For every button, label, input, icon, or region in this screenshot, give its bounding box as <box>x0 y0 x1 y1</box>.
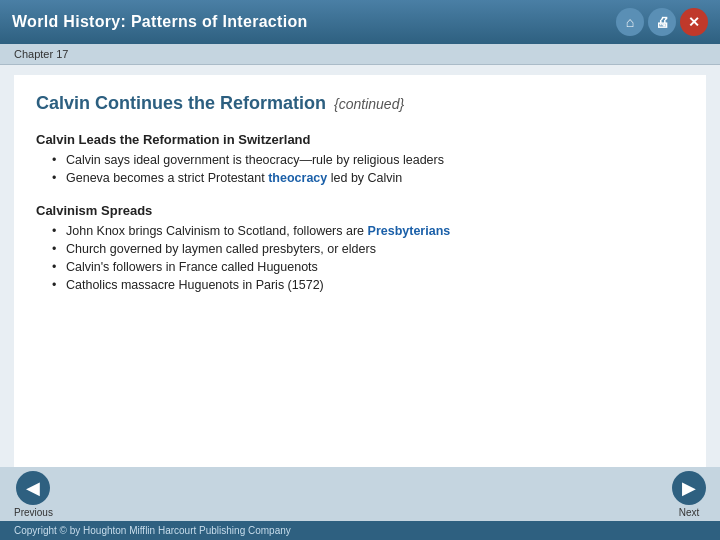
close-button[interactable]: ✕ <box>680 8 708 36</box>
bullet-list-1: Calvin says ideal government is theocrac… <box>52 153 684 185</box>
bullet-text: John Knox brings Calvinism to Scotland, … <box>66 224 450 238</box>
section-heading-2: Calvinism Spreads <box>36 203 684 218</box>
title-bar-buttons: ⌂ 🖨 ✕ <box>616 8 708 36</box>
page-title-continued: {continued} <box>334 96 404 112</box>
bullet-text: Geneva becomes a strict Protestant theoc… <box>66 171 402 185</box>
previous-icon: ◀ <box>16 471 50 505</box>
highlight-theocracy: theocracy <box>268 171 327 185</box>
bottom-nav-bar: ◀ Previous ▶ Next <box>0 467 720 521</box>
highlight-presbyterians: Presbyterians <box>368 224 451 238</box>
list-item: Calvin says ideal government is theocrac… <box>52 153 684 167</box>
section-heading-1: Calvin Leads the Reformation in Switzerl… <box>36 132 684 147</box>
next-button[interactable]: ▶ Next <box>672 471 706 518</box>
copyright-bar: Copyright © by Houghton Mifflin Harcourt… <box>0 521 720 540</box>
next-icon: ▶ <box>672 471 706 505</box>
chapter-label: Chapter 17 <box>14 48 68 60</box>
bullet-list-2: John Knox brings Calvinism to Scotland, … <box>52 224 684 292</box>
bullet-text: Calvin's followers in France called Hugu… <box>66 260 318 274</box>
page-title: Calvin Continues the Reformation <box>36 93 326 113</box>
list-item: Calvin's followers in France called Hugu… <box>52 260 684 274</box>
print-icon: 🖨 <box>655 14 669 30</box>
previous-label: Previous <box>14 507 53 518</box>
list-item: John Knox brings Calvinism to Scotland, … <box>52 224 684 238</box>
list-item: Church governed by laymen called presbyt… <box>52 242 684 256</box>
copyright-text: Copyright © by Houghton Mifflin Harcourt… <box>14 525 291 536</box>
content-area: Chapter 17 Calvin Continues the Reformat… <box>0 44 720 540</box>
close-icon: ✕ <box>688 14 700 30</box>
bullet-text: Catholics massacre Huguenots in Paris (1… <box>66 278 324 292</box>
next-label: Next <box>679 507 700 518</box>
print-button[interactable]: 🖨 <box>648 8 676 36</box>
title-bar: World History: Patterns of Interaction ⌂… <box>0 0 720 44</box>
app-title: World History: Patterns of Interaction <box>12 13 308 31</box>
chapter-bar: Chapter 17 <box>0 44 720 65</box>
bullet-text: Church governed by laymen called presbyt… <box>66 242 376 256</box>
home-icon: ⌂ <box>626 14 634 30</box>
home-button[interactable]: ⌂ <box>616 8 644 36</box>
previous-button[interactable]: ◀ Previous <box>14 471 53 518</box>
main-content: Calvin Continues the Reformation{continu… <box>14 75 706 467</box>
app-window: World History: Patterns of Interaction ⌂… <box>0 0 720 540</box>
list-item: Catholics massacre Huguenots in Paris (1… <box>52 278 684 292</box>
page-title-row: Calvin Continues the Reformation{continu… <box>36 93 684 114</box>
list-item: Geneva becomes a strict Protestant theoc… <box>52 171 684 185</box>
bullet-text: Calvin says ideal government is theocrac… <box>66 153 444 167</box>
